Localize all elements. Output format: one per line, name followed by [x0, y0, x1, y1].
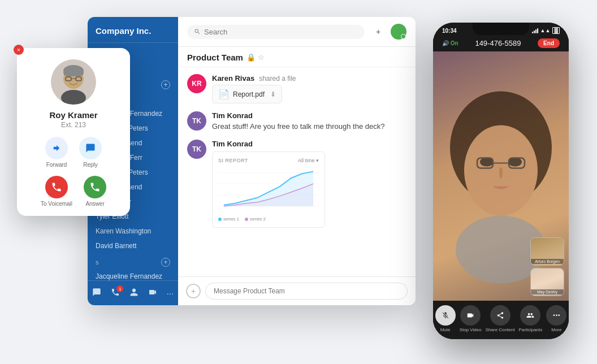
voicemail-icon [45, 176, 68, 198]
company-name: Company Inc. [88, 17, 178, 43]
msg-3-header: Tim Konrad [212, 140, 325, 148]
add-direct-button[interactable]: + [161, 80, 170, 89]
avatar-tim2: TK [187, 140, 206, 159]
chat-area: + Product Team 🔒 ☆ KR [178, 17, 416, 305]
more-options-icon: ··· [546, 305, 566, 326]
more-options-button[interactable]: ··· More [546, 305, 566, 332]
star-icon[interactable]: ☆ [258, 53, 265, 62]
messages-list: KR Karen Rivas shared a file 📄 Report.pd… [178, 67, 416, 276]
answer-label: Answer [85, 201, 104, 207]
caller-name: Roy Kramer [49, 110, 97, 120]
mute-icon [435, 305, 456, 326]
avatar-tim: TK [187, 111, 206, 131]
pip-arturo: Arturo Borgen [530, 237, 564, 266]
pip-container: Arturo Borgen May Gentry [530, 237, 564, 296]
call-actions-row2: To Voicemail Answer [41, 176, 106, 207]
caller-avatar [51, 59, 96, 105]
bar4 [537, 28, 538, 33]
phone-card: × Roy Kramer Ext. 213 [17, 48, 130, 216]
phone-time: 10:34 [442, 28, 457, 34]
stop-video-icon [460, 305, 481, 326]
msg-2-header: Tim Konrad [212, 111, 384, 120]
chart-title: SI REPORT [218, 158, 248, 163]
download-icon[interactable]: ⬇ [270, 90, 276, 98]
mobile-phone: 10:34 ▲▲ ▓ 🔊 On 149-476-5589 End [433, 23, 569, 339]
call-actions-row1: Forward Reply [45, 137, 102, 168]
answer-icon [84, 176, 106, 198]
chat-input-area: + [178, 276, 416, 305]
legend-item-2: series 2 [245, 216, 266, 222]
pip-label-may: May Gentry [531, 289, 564, 294]
more-options-label: More [551, 327, 561, 332]
add-attachment-button[interactable]: + [186, 284, 201, 298]
legend-item-1: series 1 [218, 216, 239, 222]
message-input[interactable] [205, 283, 408, 300]
sidebar-section-rooms: s + [88, 253, 178, 269]
signal-icon [532, 28, 538, 33]
search-input[interactable] [204, 28, 358, 36]
user-avatar[interactable] [391, 24, 406, 40]
avatar-karen: KR [187, 74, 206, 93]
stop-video-label: Stop Video [460, 327, 482, 332]
chat-icon[interactable] [89, 285, 105, 301]
participants-button[interactable]: Participants [518, 305, 542, 332]
close-button[interactable]: × [14, 45, 24, 55]
mute-label: Mute [440, 327, 451, 332]
pdf-icon: 📄 [218, 89, 230, 99]
reply-icon [79, 137, 102, 159]
answer-button[interactable]: Answer [84, 176, 106, 207]
pip-label-arturo: Arturo Borgen [531, 259, 564, 264]
lock-icon: 🔒 [246, 53, 256, 62]
battery-icon: ▓ [552, 27, 560, 34]
chat-header: + [178, 17, 416, 47]
voicemail-label: To Voicemail [41, 201, 72, 207]
legend-dot-1 [218, 218, 222, 221]
on-label: 🔊 On [442, 40, 458, 46]
file-attachment[interactable]: 📄 Report.pdf ⬇ [212, 85, 282, 103]
forward-button[interactable]: Forward [45, 137, 68, 168]
file-name: Report.pdf [233, 90, 265, 98]
msg-1-action: shared a file [259, 75, 296, 83]
sidebar-bottom-bar: 1 ··· [88, 280, 178, 305]
stop-video-button[interactable]: Stop Video [460, 305, 482, 332]
call-number: 149-476-5589 [475, 39, 521, 47]
voicemail-button[interactable]: To Voicemail [41, 176, 72, 207]
forward-icon [45, 137, 68, 159]
phone-bottom-bar: Mute Stop Video Share Content [433, 301, 569, 339]
video-icon[interactable] [145, 285, 161, 301]
mute-button[interactable]: Mute [435, 305, 456, 332]
contacts-icon[interactable] [126, 285, 142, 301]
chart-svg [218, 167, 319, 212]
more-icon[interactable]: ··· [163, 287, 177, 300]
end-call-button[interactable]: End [538, 38, 560, 48]
search-bar[interactable] [187, 25, 365, 39]
add-button[interactable]: + [370, 24, 386, 40]
participants-label: Participants [518, 327, 542, 332]
share-content-button[interactable]: Share Content [486, 305, 515, 332]
msg-1-sender: Karen Rivas [212, 74, 254, 83]
reply-label: Reply [83, 162, 98, 168]
scene: Company Inc. Bookmarks Favorites + Nicol… [0, 0, 597, 364]
msg-3-sender: Tim Konrad [212, 140, 253, 148]
sidebar-item-jf2[interactable]: Jacqueline Fernandez [88, 269, 178, 280]
rooms-label: s [96, 259, 99, 266]
sidebar-item-david[interactable]: David Barnett [88, 239, 178, 253]
add-room-button[interactable]: + [161, 258, 170, 267]
svg-rect-10 [63, 70, 84, 76]
share-icon [490, 305, 511, 326]
sidebar-item-karen-w[interactable]: Karen Washington [88, 224, 178, 239]
phone-icon[interactable]: 1 [107, 285, 123, 301]
chart-filter[interactable]: All time ▾ [298, 158, 319, 163]
msg-2-content: Tim Konrad Great stuff! Are you free to … [212, 111, 384, 132]
message-3: TK Tim Konrad SI REPORT All time ▾ [187, 140, 406, 228]
reply-button[interactable]: Reply [79, 137, 102, 168]
message-2: TK Tim Konrad Great stuff! Are you free … [187, 111, 406, 132]
channel-name: Product Team [187, 53, 243, 62]
chart-header: SI REPORT All time ▾ [218, 158, 319, 163]
channel-icons: 🔒 ☆ [246, 53, 265, 62]
wifi-icon: ▲▲ [540, 28, 551, 33]
phone-badge: 1 [116, 285, 123, 292]
msg-1-header: Karen Rivas shared a file [212, 74, 296, 83]
status-icons: ▲▲ ▓ [532, 27, 560, 34]
channel-header: Product Team 🔒 ☆ [178, 47, 416, 67]
